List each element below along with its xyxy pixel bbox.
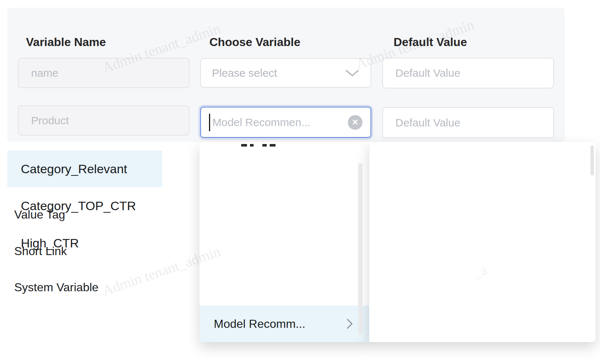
select-placeholder-text: Please select bbox=[212, 67, 345, 79]
submenu-item-label: Category_Relevant bbox=[21, 162, 127, 176]
menu-item-model-recommend[interactable]: Model Recomm... bbox=[200, 306, 369, 342]
text-cursor bbox=[209, 114, 210, 131]
column-label-variable-name: Variable Name bbox=[26, 36, 106, 48]
submenu-item-label: High_CTR bbox=[21, 236, 79, 250]
choose-variable-select-row1[interactable]: Please select bbox=[200, 58, 371, 88]
column-label-choose-variable: Choose Variable bbox=[209, 36, 300, 48]
submenu-item-category-top-ctr[interactable]: Category_TOP_CTR bbox=[7, 187, 162, 224]
cascader-submenu-panel bbox=[369, 142, 596, 342]
variable-name-input-row2[interactable] bbox=[18, 105, 190, 136]
variable-name-input-row1[interactable] bbox=[18, 58, 190, 88]
default-value-input-row1[interactable] bbox=[382, 58, 554, 88]
variable-mapping-screen: Variable Name Choose Variable Default Va… bbox=[0, 0, 600, 364]
column-label-default-value: Default Value bbox=[394, 36, 467, 48]
submenu-scrollbar-thumb[interactable] bbox=[590, 145, 594, 175]
submenu-item-category-relevant[interactable]: Category_Relevant bbox=[7, 151, 162, 187]
default-value-input-row2[interactable] bbox=[382, 107, 554, 138]
chevron-right-icon bbox=[346, 318, 353, 330]
clear-icon[interactable]: ✕ bbox=[348, 115, 362, 130]
chevron-down-icon bbox=[345, 69, 360, 77]
menu-scrollbar-thumb[interactable] bbox=[358, 163, 362, 334]
submenu-item-label: Category_TOP_CTR bbox=[21, 199, 136, 213]
choose-variable-cascader-row2[interactable]: Model Recommen... ✕ bbox=[200, 107, 371, 138]
cascader-selected-value: Model Recommen... bbox=[212, 116, 348, 129]
clipped-menu-item[interactable] bbox=[241, 144, 285, 148]
menu-item-label: Model Recomm... bbox=[214, 317, 343, 331]
submenu-item-high-ctr[interactable]: High_CTR bbox=[7, 225, 162, 261]
